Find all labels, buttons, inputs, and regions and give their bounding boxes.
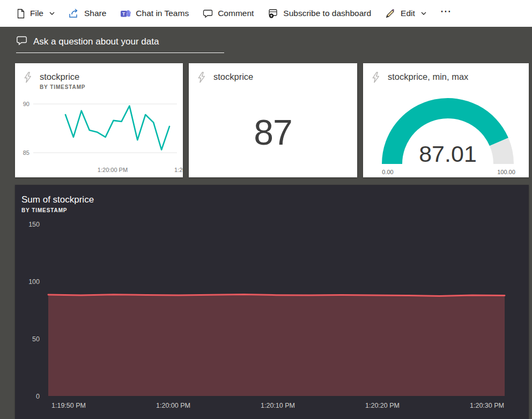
comment-icon [203,9,213,18]
chevron-down-icon [421,12,426,16]
streaming-bolt-icon [371,72,380,85]
teams-icon: T [120,9,131,19]
card-value: 87 [254,112,292,153]
streaming-bolt-icon [197,72,206,85]
chat-in-teams-button[interactable]: T Chat in Teams [113,0,196,27]
tile-title-block: stockprice, min, max [388,72,468,85]
file-button[interactable]: File [9,0,62,27]
share-icon [69,9,79,18]
area-chart: 1501005001:19:50 PM1:20:00 PM1:20:10 PM1… [15,217,529,419]
share-label: Share [84,9,106,18]
svg-text:1:20:30 PM: 1:20:30 PM [470,402,504,409]
svg-text:1:19:50 PM: 1:19:50 PM [51,402,86,409]
svg-text:100: 100 [28,278,40,286]
qna-prompt-text: Ask a question about your data [33,36,159,47]
tile-title: Sum of stockprice [21,194,529,205]
streaming-bolt-icon [23,72,32,90]
toolbar: File Share T Chat in Teams [0,0,532,27]
svg-text:87.01: 87.01 [419,141,477,167]
dashboard-screen: File Share T Chat in Teams [0,0,532,419]
svg-text:0: 0 [36,393,40,400]
tile-row: stockprice BY TIMESTAMP 90851:20:00 PM1:… [15,63,529,177]
edit-pencil-icon [385,9,396,19]
svg-text:1:20:20 PM: 1:20:20 PM [365,402,400,409]
svg-text:150: 150 [28,221,40,228]
file-label: File [30,9,43,18]
file-icon [16,9,25,19]
subscribe-button[interactable]: Subscribe to dashboard [261,0,378,27]
tile-stockprice-line[interactable]: stockprice BY TIMESTAMP 90851:20:00 PM1:… [15,63,183,177]
svg-text:T: T [122,11,125,16]
svg-text:90: 90 [23,101,29,107]
edit-label: Edit [401,9,415,18]
tile-header: stockprice BY TIMESTAMP [15,63,183,90]
subscribe-icon [268,9,278,19]
tile-header: Sum of stockprice BY TIMESTAMP [15,185,529,213]
tile-title: stockprice, min, max [388,72,468,82]
more-options-button[interactable]: ⋯ [433,0,460,27]
tile-title: stockprice [40,72,85,82]
svg-text:1:20:10 PM: 1:20:10 PM [261,402,295,409]
svg-text:1:20:00 PM: 1:20:00 PM [156,402,190,409]
sparkline-chart: 90851:20:00 PM1:20 [15,95,183,177]
comment-label: Comment [218,9,254,18]
tile-title-block: stockprice [213,72,253,85]
svg-text:0.00: 0.00 [382,169,393,175]
tile-title-block: stockprice BY TIMESTAMP [40,72,85,90]
chevron-down-icon [49,12,55,16]
chat-in-teams-label: Chat in Teams [136,9,189,18]
edit-button[interactable]: Edit [378,0,433,27]
tile-subtitle: BY TIMESTAMP [40,84,85,90]
svg-text:1:20: 1:20 [174,167,183,173]
gauge-chart: 87.010.00100.00 [363,95,529,177]
svg-text:85: 85 [23,149,29,156]
tile-stockprice-card[interactable]: stockprice 87 [189,63,357,177]
more-options-icon: ⋯ [440,9,453,18]
svg-text:100.00: 100.00 [497,169,515,175]
qna-bubble-icon [16,35,27,48]
svg-text:50: 50 [32,335,40,343]
tile-title: stockprice [213,72,253,82]
tile-header: stockprice, min, max [363,63,529,85]
comment-button[interactable]: Comment [196,0,261,27]
tile-header: stockprice [189,63,357,85]
tile-stockprice-gauge[interactable]: stockprice, min, max 87.010.00100.00 [363,63,529,177]
tile-subtitle: BY TIMESTAMP [21,207,529,213]
svg-text:1:20:00 PM: 1:20:00 PM [98,167,128,173]
card-value-wrap: 87 [189,87,357,177]
share-button[interactable]: Share [62,0,113,27]
subscribe-label: Subscribe to dashboard [283,9,371,18]
qna-input[interactable]: Ask a question about your data [16,35,224,53]
tile-sum-of-stockprice[interactable]: Sum of stockprice BY TIMESTAMP 150100500… [15,185,529,419]
